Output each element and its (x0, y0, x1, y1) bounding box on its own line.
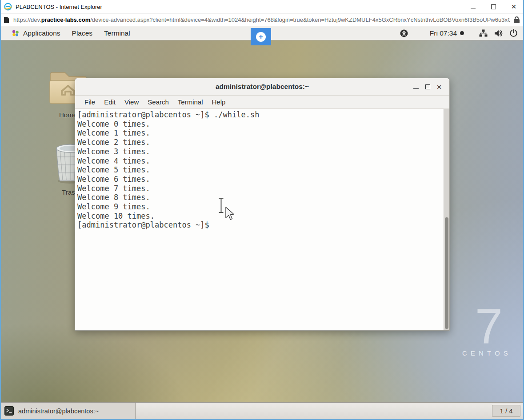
terminal-minimize-button[interactable] (410, 78, 422, 95)
maximize-icon (491, 4, 496, 9)
taskbar-item-label: administrator@plabcentos:~ (18, 408, 99, 415)
notification-dot-icon (460, 31, 464, 35)
power-icon[interactable] (509, 29, 518, 37)
taskbar: administrator@plabcentos:~ 1 / 4 (0, 402, 524, 419)
terminal-icon (4, 406, 14, 416)
terminal-line: Welcome 8 times. (77, 193, 441, 202)
minimize-button[interactable] (463, 0, 483, 13)
terminal-menu-edit[interactable]: Edit (100, 97, 120, 107)
terminal-menu-help[interactable]: Help (208, 97, 230, 107)
url-text: https://dev.practice-labs.com/device-adv… (13, 16, 510, 23)
minimize-icon (413, 88, 419, 89)
scrollbar-thumb[interactable] (445, 217, 448, 329)
add-button[interactable]: + (251, 28, 271, 45)
terminal-line: Welcome 7 times. (77, 184, 441, 193)
terminal-close-button[interactable]: × (433, 78, 445, 95)
terminal-line: [administrator@plabcentos ~]$ ./while.sh (77, 110, 441, 120)
window-title: PLABCENTOS - Internet Explorer (16, 4, 102, 10)
terminal-line: [administrator@plabcentos ~]$ (77, 220, 441, 230)
close-icon: × (511, 2, 516, 11)
topbar-menu-applications[interactable]: Applications (5, 26, 66, 40)
address-bar[interactable]: https://dev.practice-labs.com/device-adv… (0, 13, 524, 26)
terminal-menu-search[interactable]: Search (143, 97, 173, 107)
volume-icon[interactable] (494, 29, 504, 38)
terminal-output[interactable]: [administrator@plabcentos ~]$ ./while.sh… (75, 109, 449, 330)
terminal-scrollbar[interactable] (444, 109, 449, 330)
terminal-menu-file[interactable]: File (80, 97, 100, 107)
centos-watermark-number: 7 (464, 301, 513, 351)
terminal-line: Welcome 5 times. (77, 165, 441, 175)
taskbar-terminal-button[interactable]: administrator@plabcentos:~ (0, 403, 136, 419)
accessibility-icon[interactable] (400, 29, 408, 38)
terminal-menu-view[interactable]: View (120, 97, 143, 107)
maximize-button[interactable] (483, 0, 504, 13)
url-domain: practice-labs.com (41, 16, 91, 23)
ie-logo-icon (4, 3, 12, 11)
terminal-line: Welcome 10 times. (77, 212, 441, 221)
minimize-icon (471, 8, 476, 8)
terminal-menubar: File Edit View Search Terminal Help (75, 96, 449, 109)
centos-watermark-text: CENTOS (462, 350, 512, 357)
topbar-menu-label: Terminal (104, 29, 130, 37)
terminal-line: Welcome 2 times. (77, 138, 441, 147)
terminal-title: administrator@plabcentos:~ (216, 83, 309, 91)
page-icon (4, 16, 9, 24)
close-button[interactable]: × (504, 0, 524, 13)
maximize-icon (425, 84, 430, 89)
network-icon[interactable] (479, 29, 488, 38)
workspace-pager[interactable]: 1 / 4 (492, 405, 520, 417)
applications-icon (11, 29, 20, 37)
terminal-line: Welcome 6 times. (77, 175, 441, 184)
topbar-menu-terminal[interactable]: Terminal (98, 26, 136, 40)
terminal-line: Welcome 1 times. (77, 128, 441, 138)
terminal-window: administrator@plabcentos:~ × File Edit V… (75, 78, 450, 331)
ie-window: PLABCENTOS - Internet Explorer × https:/… (0, 0, 524, 420)
plus-icon: + (256, 32, 266, 42)
terminal-maximize-button[interactable] (422, 78, 433, 95)
terminal-line: Welcome 9 times. (77, 202, 441, 212)
lock-icon (514, 16, 520, 23)
terminal-titlebar[interactable]: administrator@plabcentos:~ × (75, 78, 449, 96)
topbar-menu-label: Applications (23, 29, 60, 37)
ie-titlebar[interactable]: PLABCENTOS - Internet Explorer × (0, 0, 524, 13)
topbar-menu-places[interactable]: Places (66, 26, 99, 40)
clock[interactable]: Fri 07:34 (430, 29, 457, 37)
close-icon: × (436, 83, 441, 91)
topbar-menu-label: Places (72, 29, 93, 37)
terminal-line: Welcome 3 times. (77, 147, 441, 156)
terminal-line: Welcome 0 times. (77, 120, 441, 129)
terminal-line: Welcome 4 times. (77, 156, 441, 166)
terminal-menu-terminal[interactable]: Terminal (173, 97, 208, 107)
